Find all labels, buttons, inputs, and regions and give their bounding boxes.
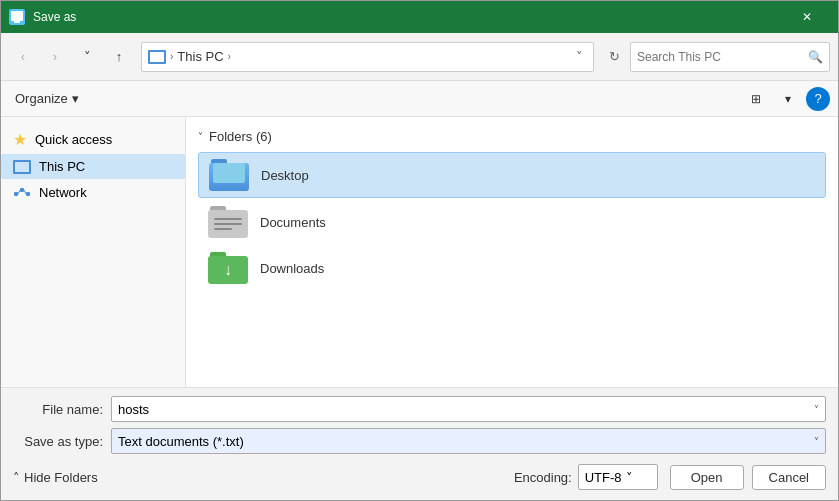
bottom-actions: ˄ Hide Folders Encoding: UTF-8 ˅ Open Ca… — [1, 458, 838, 500]
file-name-dropdown-arrow: ˅ — [814, 404, 819, 415]
open-button[interactable]: Open — [670, 465, 744, 490]
address-dropdown-button[interactable]: ˅ — [572, 49, 587, 64]
sidebar-item-network[interactable]: Network — [1, 179, 185, 205]
file-list: ˅ Folders (6) Desktop — [186, 117, 838, 387]
title-bar-title: Save as — [33, 10, 784, 24]
svg-rect-3 — [20, 188, 24, 192]
encoding-select[interactable]: UTF-8 ˅ — [578, 464, 658, 490]
title-bar-icon — [9, 9, 25, 25]
save-as-dialog: Save as ✕ ‹ › ˅ ↑ › This PC › ˅ ↻ 🔍 Orga… — [0, 0, 839, 501]
title-bar: Save as ✕ — [1, 1, 838, 33]
main-content: ★ Quick access This PC Network — [1, 117, 838, 387]
back-button[interactable]: ‹ — [9, 43, 37, 71]
close-button[interactable]: ✕ — [784, 1, 830, 33]
forward-button[interactable]: › — [41, 43, 69, 71]
cancel-button[interactable]: Cancel — [752, 465, 826, 490]
navigation-toolbar: ‹ › ˅ ↑ › This PC › ˅ ↻ 🔍 — [1, 33, 838, 81]
folder-item-downloads[interactable]: ↓ Downloads — [198, 246, 826, 290]
search-box: 🔍 — [630, 42, 830, 72]
sidebar-item-quick-access[interactable]: ★ Quick access — [1, 125, 185, 154]
address-bar-content: › This PC › — [148, 49, 572, 64]
svg-rect-4 — [26, 192, 30, 196]
save-as-type-label: Save as type: — [13, 434, 103, 449]
view-dropdown-button[interactable]: ▾ — [774, 85, 802, 113]
organize-dropdown-icon: ▾ — [72, 91, 79, 106]
search-icon: 🔍 — [808, 50, 823, 64]
svg-rect-2 — [14, 192, 18, 196]
sidebar: ★ Quick access This PC Network — [1, 117, 186, 387]
dropdown-history-button[interactable]: ˅ — [73, 43, 101, 71]
svg-rect-1 — [14, 21, 20, 23]
organize-button[interactable]: Organize ▾ — [9, 87, 85, 110]
file-name-label: File name: — [13, 402, 103, 417]
save-as-type-dropdown-arrow: ˅ — [814, 436, 819, 447]
encoding-value: UTF-8 — [585, 470, 622, 485]
documents-folder-icon — [208, 206, 248, 238]
file-fields: File name: hosts ˅ Save as type: Text do… — [1, 388, 838, 458]
desktop-folder-icon — [209, 159, 249, 191]
monitor-icon — [148, 50, 166, 64]
section-chevron: ˅ — [198, 131, 203, 142]
folder-name: Desktop — [261, 168, 309, 183]
network-icon — [13, 184, 31, 200]
svg-line-6 — [24, 190, 26, 194]
folder-item-documents[interactable]: Documents — [198, 200, 826, 244]
file-name-value: hosts — [118, 402, 149, 417]
help-button[interactable]: ? — [806, 87, 830, 111]
organize-label: Organize — [15, 91, 68, 106]
svg-line-5 — [18, 190, 20, 194]
hide-folders-button[interactable]: ˄ Hide Folders — [13, 470, 98, 485]
toolbar-right: ⊞ ▾ ? — [742, 85, 830, 113]
bottom-right: Encoding: UTF-8 ˅ Open Cancel — [514, 464, 826, 490]
bottom-bar: File name: hosts ˅ Save as type: Text do… — [1, 387, 838, 500]
address-chevron-2: › — [228, 51, 231, 62]
section-header[interactable]: ˅ Folders (6) — [198, 125, 826, 152]
search-input[interactable] — [637, 50, 808, 64]
svg-rect-0 — [11, 11, 23, 21]
star-icon: ★ — [13, 130, 27, 149]
sidebar-item-label: This PC — [39, 159, 85, 174]
refresh-button[interactable]: ↻ — [602, 45, 626, 69]
hide-folders-chevron: ˄ — [13, 470, 20, 485]
folder-grid: Desktop Documents — [198, 152, 826, 290]
sidebar-item-this-pc[interactable]: This PC — [1, 154, 185, 179]
hide-folders-label: Hide Folders — [24, 470, 98, 485]
folder-item-desktop[interactable]: Desktop — [198, 152, 826, 198]
folder-name: Downloads — [260, 261, 324, 276]
sidebar-item-label: Network — [39, 185, 87, 200]
action-buttons: Open Cancel — [670, 465, 826, 490]
up-button[interactable]: ↑ — [105, 43, 133, 71]
section-label: Folders (6) — [209, 129, 272, 144]
address-location: This PC — [177, 49, 223, 64]
save-as-type-value: Text documents (*.txt) — [118, 434, 244, 449]
address-bar[interactable]: › This PC › ˅ — [141, 42, 594, 72]
encoding-dropdown-arrow: ˅ — [626, 470, 633, 485]
encoding-group: Encoding: UTF-8 ˅ — [514, 464, 658, 490]
encoding-label: Encoding: — [514, 470, 572, 485]
folder-name: Documents — [260, 215, 326, 230]
view-button[interactable]: ⊞ — [742, 85, 770, 113]
address-chevron-1: › — [170, 51, 173, 62]
secondary-toolbar: Organize ▾ ⊞ ▾ ? — [1, 81, 838, 117]
save-as-type-input[interactable]: Text documents (*.txt) ˅ — [111, 428, 826, 454]
downloads-folder-icon: ↓ — [208, 252, 248, 284]
monitor-icon — [13, 160, 31, 174]
file-name-input[interactable]: hosts ˅ — [111, 396, 826, 422]
sidebar-item-label: Quick access — [35, 132, 112, 147]
file-name-row: File name: hosts ˅ — [13, 396, 826, 422]
save-as-type-row: Save as type: Text documents (*.txt) ˅ — [13, 428, 826, 454]
